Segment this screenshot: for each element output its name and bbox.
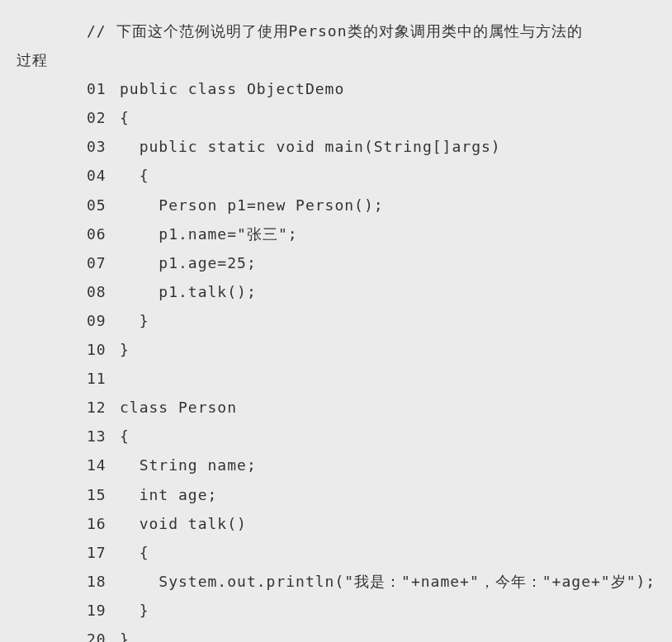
code-content: Person p1=new Person(); bbox=[120, 191, 384, 220]
line-number: 13 bbox=[87, 422, 120, 451]
code-line: 16 void talk() bbox=[0, 509, 672, 538]
code-content: p1.talk(); bbox=[120, 277, 257, 306]
code-line: 04 { bbox=[0, 161, 672, 190]
line-number: 02 bbox=[87, 103, 120, 132]
code-line: 13{ bbox=[0, 422, 672, 451]
line-number: 14 bbox=[87, 451, 120, 479]
code-content: } bbox=[120, 596, 149, 625]
code-content: public static void main(String[]args) bbox=[120, 132, 501, 161]
code-line: 03 public static void main(String[]args) bbox=[0, 132, 672, 161]
code-content: { bbox=[120, 538, 149, 567]
code-line: 15 int age; bbox=[0, 480, 672, 509]
code-content: void talk() bbox=[120, 509, 247, 538]
line-number: 10 bbox=[87, 335, 120, 364]
line-number: 09 bbox=[87, 306, 120, 335]
comment-line-2: 过程 bbox=[0, 45, 672, 74]
code-line: 18 System.out.println("我是："+name+"，今年："+… bbox=[0, 567, 672, 596]
line-number: 03 bbox=[87, 132, 120, 161]
line-number: 06 bbox=[87, 220, 120, 248]
line-number: 08 bbox=[87, 277, 120, 306]
line-number: 16 bbox=[87, 509, 120, 538]
code-block: 01public class ObjectDemo02{03 public st… bbox=[0, 74, 672, 642]
code-line: 17 { bbox=[0, 538, 672, 567]
code-content: { bbox=[120, 103, 130, 132]
line-number: 01 bbox=[87, 74, 120, 103]
line-number: 05 bbox=[87, 191, 120, 220]
code-line: 06 p1.name="张三"; bbox=[0, 220, 672, 248]
code-line: 09 } bbox=[0, 306, 672, 335]
code-content: { bbox=[120, 422, 130, 451]
code-line: 11 bbox=[0, 364, 672, 393]
line-number: 15 bbox=[87, 480, 120, 509]
code-line: 20} bbox=[0, 625, 672, 642]
code-content: public class ObjectDemo bbox=[120, 74, 344, 103]
code-content: class Person bbox=[120, 393, 237, 422]
comment-line-1: // 下面这个范例说明了使用Person类的对象调用类中的属性与方法的 bbox=[0, 17, 672, 45]
code-line: 08 p1.talk(); bbox=[0, 277, 672, 306]
code-line: 14 String name; bbox=[0, 451, 672, 479]
code-content: p1.age=25; bbox=[120, 248, 257, 277]
code-content: } bbox=[120, 625, 130, 642]
code-content: } bbox=[120, 306, 149, 335]
code-line: 07 p1.age=25; bbox=[0, 248, 672, 277]
code-content: System.out.println("我是："+name+"，今年："+age… bbox=[120, 567, 655, 596]
code-line: 01public class ObjectDemo bbox=[0, 74, 672, 103]
code-content: } bbox=[120, 335, 130, 364]
line-number: 17 bbox=[87, 538, 120, 567]
line-number: 19 bbox=[87, 596, 120, 625]
line-number: 11 bbox=[87, 364, 120, 393]
line-number: 12 bbox=[87, 393, 120, 422]
line-number: 18 bbox=[87, 567, 120, 596]
code-content: { bbox=[120, 161, 149, 190]
line-number: 07 bbox=[87, 248, 120, 277]
code-line: 10} bbox=[0, 335, 672, 364]
code-line: 05 Person p1=new Person(); bbox=[0, 191, 672, 220]
code-content: p1.name="张三"; bbox=[120, 220, 298, 248]
line-number: 20 bbox=[87, 625, 120, 642]
code-line: 19 } bbox=[0, 596, 672, 625]
code-line: 12class Person bbox=[0, 393, 672, 422]
line-number: 04 bbox=[87, 161, 120, 190]
code-content: String name; bbox=[120, 451, 257, 479]
code-line: 02{ bbox=[0, 103, 672, 132]
code-content: int age; bbox=[120, 480, 217, 509]
